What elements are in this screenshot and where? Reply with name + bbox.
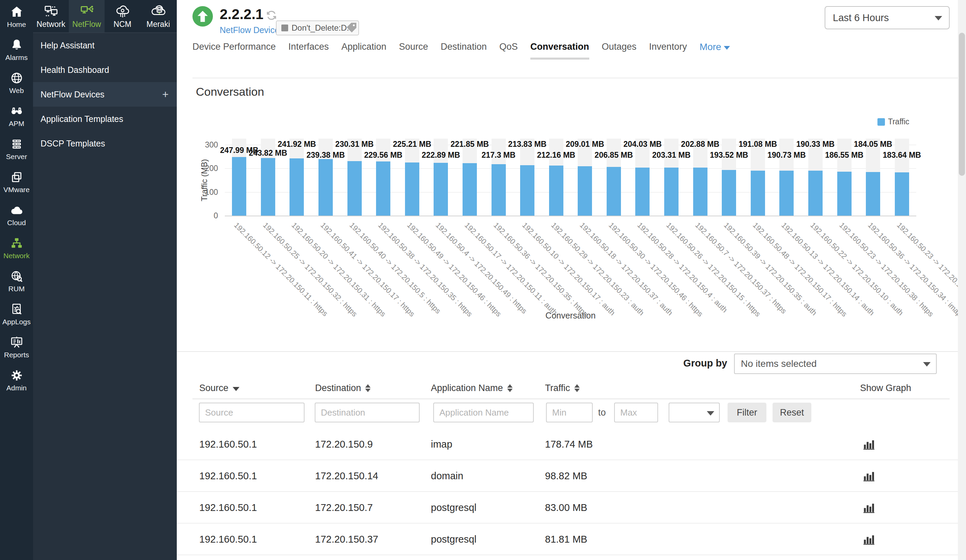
traffic-bar[interactable] [405, 163, 419, 216]
time-range-select[interactable]: Last 6 Hours [825, 6, 950, 29]
nav-item-help-assistant[interactable]: Help Assistant [33, 33, 177, 57]
destination-filter-input[interactable] [315, 402, 420, 422]
chevron-down-icon [724, 46, 730, 50]
chevron-down-icon [707, 411, 714, 415]
application-cell: postgresql [431, 502, 476, 513]
source-filter-input[interactable] [199, 402, 304, 422]
module-tab-ncm[interactable]: NCM [105, 0, 140, 32]
sidebar-item-home[interactable]: Home [0, 0, 33, 33]
sort-icon[interactable] [574, 384, 580, 392]
column-header-destination[interactable]: Destination [315, 383, 371, 393]
traffic-bar[interactable] [693, 168, 708, 216]
traffic-bar[interactable] [232, 157, 246, 216]
tab-more[interactable]: More [700, 41, 730, 53]
traffic-bar[interactable] [635, 168, 650, 216]
traffic-min-input[interactable] [546, 402, 593, 422]
mod-network-icon [43, 3, 59, 19]
cloud-icon [10, 203, 24, 217]
sort-icon[interactable] [365, 384, 371, 392]
traffic-bar[interactable] [491, 164, 506, 216]
column-header-traffic[interactable]: Traffic [545, 383, 580, 393]
tag-color-swatch [281, 25, 288, 31]
traffic-bar[interactable] [289, 158, 304, 216]
sidebar-item-rum[interactable]: RUM [0, 264, 33, 297]
scrollbar-thumb[interactable] [959, 33, 965, 176]
device-tabs: Device PerformanceInterfacesApplicationS… [192, 41, 730, 60]
refresh-icon[interactable] [265, 9, 278, 22]
traffic-bar[interactable] [261, 158, 275, 216]
traffic-bar[interactable] [664, 168, 678, 216]
module-tab-netflow[interactable]: NetFlow [69, 0, 105, 32]
nav-item-application-templates[interactable]: Application Templates [33, 107, 177, 131]
show-graph-icon[interactable] [863, 534, 875, 545]
column-header-label: Source [199, 383, 228, 393]
traffic-bar[interactable] [808, 171, 823, 216]
show-graph-icon[interactable] [863, 470, 875, 481]
sidebar-item-vmware[interactable]: VMware [0, 165, 33, 198]
traffic-bar[interactable] [520, 165, 534, 216]
traffic-bar[interactable] [549, 166, 564, 216]
traffic-bar[interactable] [463, 163, 477, 216]
sidebar-item-server[interactable]: Server [0, 132, 33, 165]
tab-source[interactable]: Source [399, 41, 428, 57]
application-filter-input[interactable] [433, 402, 534, 422]
tab-outages[interactable]: Outages [602, 41, 637, 57]
traffic-bar[interactable] [866, 172, 880, 216]
traffic-bar[interactable] [895, 172, 909, 216]
destination-cell: 172.20.150.37 [315, 534, 378, 545]
column-header-application-name[interactable]: Application Name [431, 383, 513, 393]
nav-item-health-dashboard[interactable]: Health Dashboard [33, 57, 177, 82]
module-tab-network[interactable]: Network [33, 0, 69, 32]
y-tick-label: 0 [194, 211, 218, 220]
nav-item-netflow-devices[interactable]: NetFlow Devices+ [33, 82, 177, 107]
traffic-bar[interactable] [607, 167, 621, 216]
traffic-bar[interactable] [376, 161, 390, 216]
apm-icon [10, 104, 24, 118]
sidebar-item-alarms[interactable]: Alarms [0, 33, 33, 66]
traffic-bar[interactable] [751, 171, 765, 216]
traffic-bar[interactable] [434, 163, 448, 216]
module-tab-meraki[interactable]: Meraki [140, 0, 176, 32]
traffic-unit-select[interactable] [669, 402, 720, 422]
traffic-bar[interactable] [722, 170, 736, 216]
column-header-source[interactable]: Source [199, 383, 240, 393]
source-cell: 192.160.50.1 [199, 470, 257, 481]
sidebar-item-cloud[interactable]: Cloud [0, 198, 33, 231]
sidebar-item-label: APM [9, 120, 25, 128]
reset-button[interactable]: Reset [772, 402, 812, 422]
chart-legend[interactable]: Traffic [877, 117, 909, 126]
sort-desc-icon[interactable] [233, 387, 240, 391]
tab-conversation[interactable]: Conversation [531, 41, 589, 60]
show-graph-icon[interactable] [863, 502, 875, 513]
sidebar-item-admin[interactable]: Admin [0, 363, 33, 396]
sidebar-item-reports[interactable]: Reports [0, 330, 33, 363]
traffic-bar[interactable] [319, 159, 333, 216]
traffic-max-input[interactable] [614, 402, 658, 422]
tab-qos[interactable]: QoS [499, 41, 518, 57]
filter-button[interactable]: Filter [728, 402, 766, 422]
nav-item-dscp-templates[interactable]: DSCP Templates [33, 131, 177, 156]
divider [192, 78, 958, 78]
device-type-link[interactable]: NetFlow Device [220, 25, 279, 35]
tab-inventory[interactable]: Inventory [649, 41, 687, 57]
group-by-select[interactable]: No items selected [734, 353, 937, 374]
tab-application[interactable]: Application [341, 41, 386, 57]
sidebar-item-label: Reports [4, 351, 29, 359]
sidebar-item-apm[interactable]: APM [0, 99, 33, 132]
traffic-bar[interactable] [779, 171, 794, 216]
sidebar-item-network[interactable]: Network [0, 231, 33, 264]
traffic-bar[interactable] [837, 172, 851, 216]
show-graph-icon[interactable] [863, 439, 875, 450]
sidebar-item-web[interactable]: Web [0, 66, 33, 99]
sidebar-item-applogs[interactable]: AppLogs [0, 297, 33, 330]
tag-icon[interactable] [345, 21, 358, 34]
sort-icon[interactable] [507, 384, 513, 392]
traffic-bar[interactable] [578, 166, 592, 216]
tab-device-performance[interactable]: Device Performance [192, 41, 276, 57]
add-icon[interactable]: + [162, 88, 169, 101]
sidebar-item-label: Home [7, 20, 26, 29]
vmware-icon [10, 170, 24, 184]
tab-interfaces[interactable]: Interfaces [289, 41, 329, 57]
tab-destination[interactable]: Destination [441, 41, 487, 57]
traffic-bar[interactable] [347, 161, 362, 216]
